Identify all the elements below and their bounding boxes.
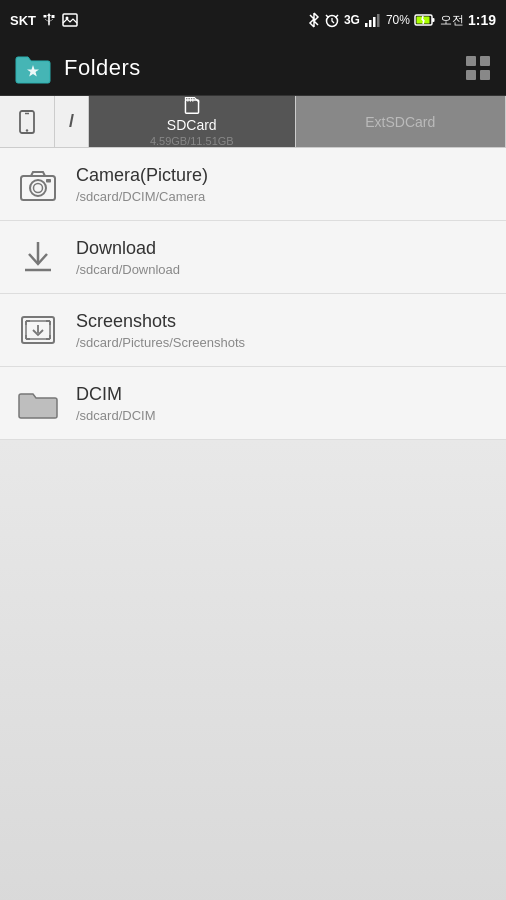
tab-root[interactable]: / <box>55 96 89 147</box>
folder-item-screenshots[interactable]: Screenshots /sdcard/Pictures/Screenshots <box>0 294 506 367</box>
status-right: 3G 70% 오전 1:19 <box>308 12 496 29</box>
svg-rect-4 <box>369 20 372 27</box>
folder-text-camera: Camera(Picture) /sdcard/DCIM/Camera <box>76 165 208 204</box>
screenshot-icon-wrap <box>16 308 60 352</box>
phone-device-icon <box>18 110 36 134</box>
folder-name-screenshots: Screenshots <box>76 311 245 332</box>
svg-rect-17 <box>480 70 490 80</box>
tab-extsdcard[interactable]: ExtSDCard <box>296 96 506 147</box>
svg-rect-21 <box>185 100 198 113</box>
svg-point-27 <box>34 184 43 193</box>
root-label: / <box>69 111 74 132</box>
svg-rect-0 <box>63 14 77 26</box>
sdcard-tab-sublabel: 4.59GB/11.51GB <box>150 135 234 147</box>
folder-name-dcim: DCIM <box>76 384 155 405</box>
carrier-label: SKT <box>10 13 36 28</box>
svg-point-26 <box>30 180 46 196</box>
folder-path-camera: /sdcard/DCIM/Camera <box>76 189 208 204</box>
svg-rect-5 <box>373 17 376 27</box>
time-display: 1:19 <box>468 12 496 28</box>
folder-item-camera[interactable]: Camera(Picture) /sdcard/DCIM/Camera <box>0 148 506 221</box>
usb-icon <box>42 12 56 28</box>
menu-grid-icon[interactable] <box>464 54 492 82</box>
sdcard-icon <box>181 96 203 114</box>
status-left: SKT <box>10 12 78 28</box>
svg-line-12 <box>423 20 424 24</box>
svg-point-20 <box>26 129 28 131</box>
status-bar: SKT 3G 70% <box>0 0 506 40</box>
time-label: 오전 <box>440 12 464 29</box>
app-title: Folders <box>64 55 141 81</box>
folder-path-download: /sdcard/Download <box>76 262 180 277</box>
download-icon-wrap <box>16 235 60 279</box>
folder-icon-wrap <box>16 381 60 425</box>
battery-label: 70% <box>386 13 410 27</box>
screenshot-icon <box>18 312 58 348</box>
svg-rect-28 <box>46 179 51 183</box>
folder-text-download: Download /sdcard/Download <box>76 238 180 277</box>
folder-icon <box>17 386 59 420</box>
signal-icon <box>364 13 382 27</box>
folder-list: Camera(Picture) /sdcard/DCIM/Camera Down… <box>0 148 506 440</box>
network-type: 3G <box>344 13 360 27</box>
folder-name-camera: Camera(Picture) <box>76 165 208 186</box>
tab-sdcard[interactable]: SDCard 4.59GB/11.51GB <box>89 96 296 147</box>
folder-name-download: Download <box>76 238 180 259</box>
folder-item-dcim[interactable]: DCIM /sdcard/DCIM <box>0 367 506 440</box>
empty-content-area <box>0 440 506 900</box>
svg-rect-6 <box>377 14 380 27</box>
svg-rect-16 <box>466 70 476 80</box>
camera-icon <box>18 166 58 202</box>
download-icon <box>19 238 57 276</box>
folder-text-screenshots: Screenshots /sdcard/Pictures/Screenshots <box>76 311 245 350</box>
sdcard-tab-label: SDCard <box>167 117 217 133</box>
svg-rect-14 <box>466 56 476 66</box>
svg-rect-8 <box>432 18 435 22</box>
alarm-icon <box>324 12 340 28</box>
folder-path-dcim: /sdcard/DCIM <box>76 408 155 423</box>
battery-icon <box>414 13 436 27</box>
app-header: Folders <box>0 40 506 96</box>
extsdcard-tab-label: ExtSDCard <box>365 114 435 130</box>
camera-icon-wrap <box>16 162 60 206</box>
image-icon <box>62 13 78 27</box>
folder-text-dcim: DCIM /sdcard/DCIM <box>76 384 155 423</box>
tab-phone[interactable] <box>0 96 55 147</box>
svg-rect-3 <box>365 23 368 27</box>
svg-rect-15 <box>480 56 490 66</box>
folder-path-screenshots: /sdcard/Pictures/Screenshots <box>76 335 245 350</box>
app-folder-icon <box>14 51 52 85</box>
tab-bar: / SDCard 4.59GB/11.51GB ExtSDCard <box>0 96 506 148</box>
app-header-left: Folders <box>14 51 141 85</box>
folder-item-download[interactable]: Download /sdcard/Download <box>0 221 506 294</box>
bluetooth-icon <box>308 12 320 28</box>
